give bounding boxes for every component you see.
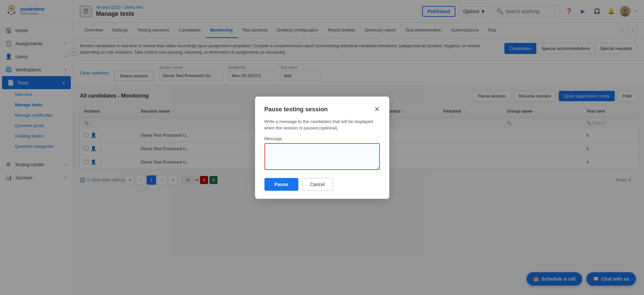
- modal-close-btn[interactable]: ✕: [374, 106, 380, 113]
- modal-message-label: Message: [264, 136, 380, 141]
- modal-pause-btn[interactable]: Pause: [264, 178, 298, 191]
- modal-cancel-btn[interactable]: Cancel: [302, 178, 333, 191]
- pause-testing-session-modal: Pause testing session ✕ Write a message …: [255, 97, 389, 199]
- modal-title: Pause testing session: [264, 106, 328, 113]
- modal-overlay: Pause testing session ✕ Write a message …: [0, 0, 644, 295]
- modal-description: Write a message to the candidates that w…: [264, 118, 380, 131]
- modal-footer: Pause Cancel: [264, 178, 380, 191]
- modal-message-input[interactable]: [264, 143, 380, 170]
